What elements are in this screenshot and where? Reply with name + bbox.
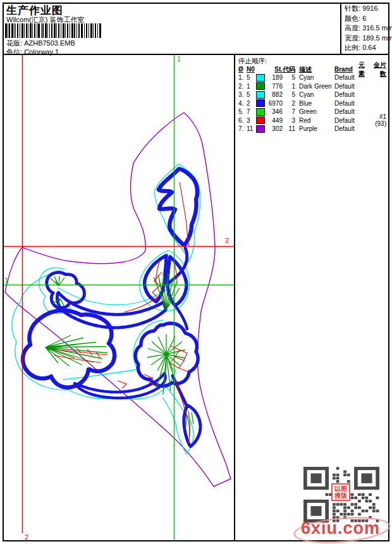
color-swatch <box>256 125 265 133</box>
table-row: 6. 3 449 3 Red Default #1 (93) <box>238 116 387 125</box>
table-row: 4. 2 6970 2 Blue Default <box>238 99 387 108</box>
stat-colors: 颜色: 6 <box>345 14 392 24</box>
col-sequin: 金片数 <box>370 61 387 78</box>
color-swatch <box>256 91 265 99</box>
qr-center-logo: 以图搜版 <box>331 483 350 501</box>
start-marker-left: 1 <box>4 277 8 283</box>
col-stop: N0 <box>247 66 256 73</box>
stat-width: 宽度: 189.5 mm <box>345 34 392 44</box>
col-element: 元素 <box>358 61 370 78</box>
end-marker-right: 2 <box>225 237 229 244</box>
design-canvas <box>4 55 234 540</box>
color-swatch <box>256 99 265 107</box>
color-swatch <box>256 82 265 90</box>
col-code: 代码 <box>283 65 295 74</box>
panel-divider-vertical <box>234 55 235 541</box>
color-swatch <box>256 116 265 124</box>
sequence-header-row: Ø N0 St. 代码 描述 Brand 元素 金片数 <box>238 65 387 73</box>
pattern-label: 花版: <box>6 39 22 47</box>
stat-scale: 比例: 0.64 <box>345 43 392 53</box>
start-point-crosshair <box>4 55 234 540</box>
start-marker-top: 1 <box>177 56 181 62</box>
table-row: 3. 5 882 5 Cyan Default <box>238 90 387 99</box>
watermark-text: 6xiu.com <box>301 519 380 538</box>
garment-outline <box>5 113 231 486</box>
table-row: 5. 7 346 7 Green Default <box>238 108 387 116</box>
design-stats: 针数: 9916 颜色: 6 高度: 316.5 mm 宽度: 189.5 mm… <box>345 4 392 53</box>
table-row: 7. 11 302 11 Purple Default <box>238 125 387 133</box>
color-swatch <box>256 74 265 82</box>
barcode <box>5 23 102 38</box>
col-stitches: St. <box>267 66 283 73</box>
sequence-title: 停止顺序: <box>238 57 267 66</box>
stat-height: 高度: 316.5 mm <box>345 23 392 34</box>
col-description: 描述 <box>295 65 334 74</box>
pattern-value: AZHB7503.EMB <box>24 39 75 47</box>
col-number: Ø <box>238 66 247 73</box>
color-swatch <box>256 108 265 116</box>
table-row: 2. 1 776 1 Dark Green Default <box>238 82 387 91</box>
end-marker-bottom: 2 <box>25 534 28 540</box>
pattern-file-line: 花版: AZHB7503.EMB <box>6 39 75 48</box>
end-point-crosshair <box>4 55 234 533</box>
header-divider-vertical <box>340 3 341 54</box>
stat-stitches: 针数: 9916 <box>345 4 392 14</box>
col-brand: Brand <box>334 66 358 73</box>
barcode-image <box>5 23 102 38</box>
design-preview <box>4 55 234 540</box>
sequence-table: Ø N0 St. 代码 描述 Brand 元素 金片数 1. 5 189 5 C… <box>238 65 387 133</box>
